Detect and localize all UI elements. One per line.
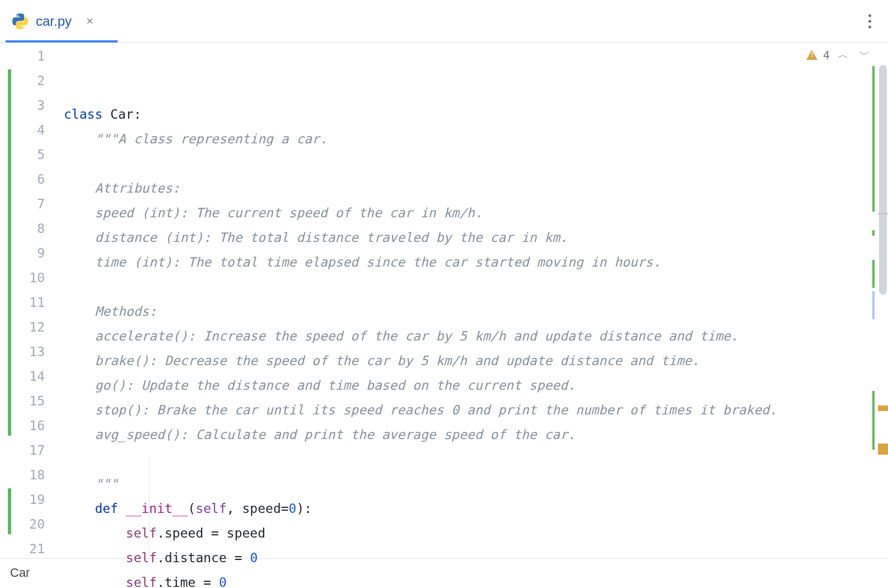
warning-count: 4: [823, 48, 830, 62]
line-number[interactable]: 8: [11, 216, 52, 241]
warning-marker[interactable]: [878, 444, 888, 455]
tab-close-button[interactable]: ×: [86, 14, 94, 29]
code-line[interactable]: stop(): Brake the car until its speed re…: [64, 398, 888, 422]
prev-highlight-button[interactable]: ︿: [835, 47, 851, 62]
inspections-widget[interactable]: 4 ︿ ﹀: [806, 47, 872, 62]
code-line[interactable]: [64, 151, 888, 176]
vcs-change-marker[interactable]: [8, 69, 11, 436]
change-marker: [872, 260, 875, 288]
next-highlight-button[interactable]: ﹀: [857, 47, 872, 62]
line-number[interactable]: 4: [11, 118, 52, 142]
scrollbar-thumb[interactable]: [879, 65, 887, 295]
line-number[interactable]: 5: [11, 142, 52, 167]
code-line[interactable]: Attributes:: [64, 176, 888, 200]
line-number[interactable]: 14: [11, 364, 52, 389]
line-number[interactable]: 16: [11, 413, 52, 438]
code-line[interactable]: go(): Update the distance and time based…: [64, 373, 888, 398]
code-line[interactable]: speed (int): The current speed of the ca…: [64, 200, 888, 225]
line-number[interactable]: 19: [11, 487, 52, 512]
more-options-menu[interactable]: [868, 14, 871, 28]
line-number[interactable]: 21: [11, 536, 52, 561]
fold-guide: [149, 456, 149, 554]
code-line[interactable]: distance (int): The total distance trave…: [64, 225, 888, 250]
code-line[interactable]: Methods:: [64, 299, 888, 324]
tab-bar: car.py ×: [0, 0, 888, 43]
code-line[interactable]: """: [64, 472, 888, 496]
code-line[interactable]: [64, 274, 888, 299]
breadcrumb-item[interactable]: Car: [10, 566, 30, 580]
warning-icon: [806, 50, 817, 60]
error-stripe[interactable]: [878, 43, 888, 558]
code-line[interactable]: brake(): Decrease the speed of the car b…: [64, 348, 888, 373]
code-line[interactable]: self.distance = 0: [64, 545, 888, 570]
line-number[interactable]: 18: [11, 463, 52, 487]
python-icon: [11, 12, 29, 30]
line-number[interactable]: 10: [11, 265, 52, 290]
line-number[interactable]: 20: [11, 512, 52, 536]
vcs-change-marker[interactable]: [8, 488, 11, 534]
code-line[interactable]: self.speed = speed: [64, 521, 888, 545]
line-number[interactable]: 1: [11, 44, 52, 68]
code-line[interactable]: """A class representing a car.: [64, 127, 888, 151]
code-line[interactable]: def __init__(self, speed=0):: [64, 496, 888, 521]
tab-filename: car.py: [36, 13, 72, 29]
line-number[interactable]: 13: [11, 339, 52, 364]
line-number[interactable]: 15: [11, 389, 52, 413]
change-marker: [872, 66, 875, 212]
line-number[interactable]: 6: [11, 167, 52, 192]
code-line[interactable]: avg_speed(): Calculate and print the ave…: [64, 422, 888, 447]
code-line[interactable]: accelerate(): Increase the speed of the …: [64, 324, 888, 348]
editor-tab[interactable]: car.py ×: [6, 0, 105, 42]
line-number-gutter[interactable]: 123456789101112131415161718192021: [11, 43, 52, 558]
marker[interactable]: [878, 213, 888, 214]
code-line[interactable]: class Car:: [64, 102, 888, 127]
editor: 123456789101112131415161718192021 4 ︿ ﹀ …: [0, 43, 888, 558]
change-marker: [872, 391, 875, 450]
warning-marker[interactable]: [878, 405, 888, 411]
line-number[interactable]: 3: [11, 93, 52, 118]
code-line[interactable]: time (int): The total time elapsed since…: [64, 250, 888, 274]
line-number[interactable]: 11: [11, 290, 52, 315]
code-area[interactable]: 4 ︿ ﹀ class Car: """A class representing…: [52, 43, 888, 558]
change-marker: [872, 230, 875, 236]
line-number[interactable]: 12: [11, 315, 52, 339]
code-line[interactable]: [64, 447, 888, 472]
line-number[interactable]: 7: [11, 192, 52, 216]
change-gutter: [0, 43, 11, 558]
line-number[interactable]: 17: [11, 438, 52, 463]
line-number[interactable]: 2: [11, 68, 52, 93]
code-line[interactable]: self.time = 0: [64, 570, 888, 588]
line-number[interactable]: 9: [11, 241, 52, 265]
change-marker: [872, 291, 875, 319]
